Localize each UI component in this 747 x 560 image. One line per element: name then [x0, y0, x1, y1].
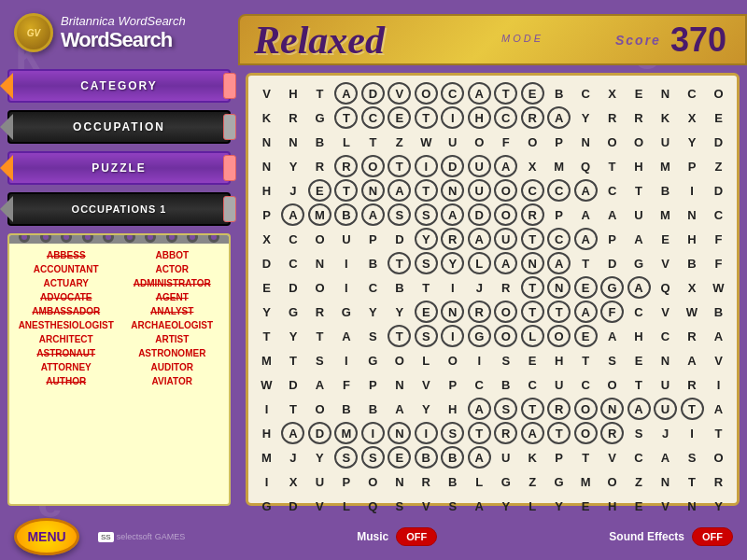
grid-cell[interactable]: P: [254, 203, 279, 227]
grid-cell[interactable]: O: [706, 81, 731, 105]
grid-cell[interactable]: U: [333, 227, 359, 251]
grid-cell[interactable]: O: [414, 81, 439, 105]
grid-cell[interactable]: A: [280, 203, 305, 227]
grid-cell[interactable]: D: [706, 130, 731, 154]
grid-cell[interactable]: L: [467, 251, 492, 275]
grid-cell[interactable]: R: [280, 105, 305, 130]
grid-cell[interactable]: A: [573, 300, 599, 324]
grid-cell[interactable]: E: [573, 275, 599, 300]
grid-cell[interactable]: C: [653, 324, 678, 348]
word-item[interactable]: ATTORNEY: [14, 361, 119, 373]
grid-cell[interactable]: T: [546, 300, 571, 324]
grid-cell[interactable]: O: [307, 227, 332, 251]
grid-cell[interactable]: E: [627, 81, 652, 105]
grid-cell[interactable]: C: [573, 81, 599, 105]
grid-cell[interactable]: T: [254, 324, 279, 348]
grid-cell[interactable]: C: [680, 81, 705, 105]
grid-cell[interactable]: I: [360, 421, 386, 445]
word-item[interactable]: ACCOUNTANT: [14, 263, 119, 275]
grid-cell[interactable]: D: [706, 178, 731, 203]
grid-cell[interactable]: B: [333, 397, 359, 421]
grid-cell[interactable]: W: [254, 372, 279, 397]
grid-cell[interactable]: R: [467, 300, 492, 324]
grid-cell[interactable]: R: [627, 105, 652, 130]
grid-cell[interactable]: M: [254, 445, 279, 469]
grid-cell[interactable]: C: [627, 300, 652, 324]
menu-button[interactable]: MENU: [14, 518, 79, 555]
grid-cell[interactable]: R: [307, 300, 332, 324]
grid-cell[interactable]: X: [254, 227, 279, 251]
grid-cell[interactable]: I: [680, 421, 705, 445]
grid-cell[interactable]: V: [653, 300, 678, 324]
grid-cell[interactable]: R: [440, 227, 465, 251]
grid-cell[interactable]: D: [440, 154, 465, 178]
grid-cell[interactable]: H: [546, 348, 571, 372]
grid-cell[interactable]: U: [467, 154, 492, 178]
grid-cell[interactable]: N: [573, 130, 599, 154]
grid-cell[interactable]: R: [599, 421, 625, 445]
grid-cell[interactable]: B: [307, 130, 332, 154]
grid-cell[interactable]: N: [440, 300, 465, 324]
grid-cell[interactable]: C: [546, 178, 571, 203]
grid-cell[interactable]: A: [467, 227, 492, 251]
grid-cell[interactable]: T: [573, 445, 599, 469]
grid-cell[interactable]: O: [493, 300, 518, 324]
word-item[interactable]: ACTUARY: [14, 277, 119, 289]
grid-cell[interactable]: C: [467, 372, 492, 397]
word-item[interactable]: AGENT: [120, 291, 225, 303]
grid-cell[interactable]: N: [653, 348, 678, 372]
grid-cell[interactable]: O: [307, 275, 332, 300]
grid-cell[interactable]: T: [520, 275, 545, 300]
grid-cell[interactable]: T: [573, 348, 599, 372]
word-item[interactable]: ADMINISTRATOR: [120, 277, 225, 289]
grid-cell[interactable]: B: [360, 251, 386, 275]
grid-cell[interactable]: R: [414, 469, 439, 494]
grid-cell[interactable]: N: [254, 130, 279, 154]
grid-cell[interactable]: A: [333, 81, 359, 105]
grid-cell[interactable]: O: [307, 397, 332, 421]
grid-cell[interactable]: O: [546, 324, 571, 348]
grid-cell[interactable]: U: [440, 130, 465, 154]
grid-cell[interactable]: E: [520, 348, 545, 372]
grid-cell[interactable]: H: [280, 81, 305, 105]
grid-cell[interactable]: R: [307, 154, 332, 178]
grid-cell[interactable]: X: [599, 81, 625, 105]
grid-cell[interactable]: T: [387, 251, 412, 275]
grid-cell[interactable]: E: [307, 178, 332, 203]
grid-cell[interactable]: Y: [280, 154, 305, 178]
grid-cell[interactable]: V: [254, 81, 279, 105]
grid-cell[interactable]: S: [387, 203, 412, 227]
grid-cell[interactable]: O: [599, 372, 625, 397]
grid-cell[interactable]: Q: [573, 154, 599, 178]
grid-cell[interactable]: G: [546, 469, 571, 494]
grid-cell[interactable]: O: [573, 397, 599, 421]
grid-cell[interactable]: T: [520, 300, 545, 324]
grid-cell[interactable]: H: [627, 324, 652, 348]
grid-cell[interactable]: G: [280, 300, 305, 324]
puzzle2-button[interactable]: Occupations 1: [7, 192, 231, 226]
grid-cell[interactable]: C: [280, 251, 305, 275]
grid-cell[interactable]: J: [467, 275, 492, 300]
grid-cell[interactable]: R: [599, 105, 625, 130]
grid-cell[interactable]: A: [333, 324, 359, 348]
grid-cell[interactable]: A: [599, 203, 625, 227]
grid-cell[interactable]: T: [333, 105, 359, 130]
grid-cell[interactable]: X: [520, 154, 545, 178]
word-item[interactable]: ADVOCATE: [14, 291, 119, 303]
grid-cell[interactable]: C: [573, 372, 599, 397]
sound-toggle-button[interactable]: OFF: [692, 527, 733, 546]
grid-cell[interactable]: S: [360, 324, 386, 348]
grid-cell[interactable]: R: [520, 105, 545, 130]
grid-cell[interactable]: C: [546, 227, 571, 251]
grid-cell[interactable]: U: [493, 227, 518, 251]
grid-cell[interactable]: O: [360, 154, 386, 178]
grid-cell[interactable]: E: [706, 105, 731, 130]
word-grid[interactable]: VHTADVOCATEBCXENCOKRGTCETIHCRAYRRKXENNBL…: [254, 81, 731, 497]
grid-cell[interactable]: N: [599, 397, 625, 421]
grid-cell[interactable]: Y: [680, 130, 705, 154]
grid-cell[interactable]: N: [280, 130, 305, 154]
grid-cell[interactable]: C: [627, 445, 652, 469]
grid-cell[interactable]: G: [307, 105, 332, 130]
word-item[interactable]: ANALYST: [120, 305, 225, 317]
grid-cell[interactable]: C: [520, 178, 545, 203]
